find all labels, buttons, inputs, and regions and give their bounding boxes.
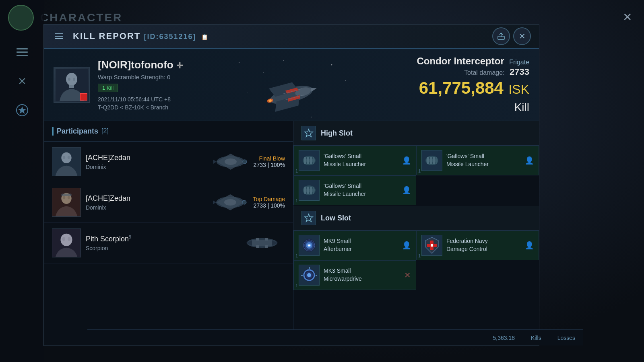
- svg-point-14: [331, 64, 332, 66]
- svg-rect-1: [17, 51, 28, 53]
- svg-point-40: [63, 196, 65, 199]
- slots-panel: High Slot 1: [293, 121, 539, 346]
- participant-2-avatar: [52, 188, 81, 217]
- participant-1-stats: Final Blow 2733 | 100%: [254, 155, 285, 168]
- high-slot-2-icon: [421, 150, 442, 171]
- kill-info-bar: [NOIR]tofonofo ✛ Warp Scramble Strength:…: [44, 49, 539, 121]
- participant-2-ship: Dominix: [86, 204, 207, 211]
- copy-icon[interactable]: 📋: [201, 34, 209, 40]
- damage-value: 2733: [510, 67, 529, 77]
- svg-rect-78: [307, 187, 309, 194]
- svg-point-35: [225, 158, 237, 165]
- svg-point-7: [66, 73, 77, 86]
- svg-point-31: [61, 152, 71, 163]
- svg-point-16: [247, 93, 248, 93]
- pilot-cross-icon: ✛: [176, 61, 183, 70]
- kill-report-panel: KILL REPORT [ID:6351216] 📋 ✕: [43, 24, 539, 346]
- svg-rect-93: [431, 244, 433, 247]
- svg-rect-57: [256, 245, 259, 248]
- bottom-value: 5,363.18: [493, 335, 515, 341]
- kill-right-info: Condor Interceptor Frigate Total damage:…: [417, 56, 529, 113]
- participant-1-avatar: [52, 147, 81, 176]
- svg-rect-58: [265, 245, 268, 248]
- participant-item: Pith Scorpion9 Scorpion: [44, 223, 293, 263]
- participant-item: [ACHE]Zedan Dominix Top Damage: [44, 182, 293, 223]
- isk-line: 61,775,884 ISK: [417, 79, 529, 97]
- isk-value: 61,775,884: [419, 78, 504, 97]
- red-status-dot: [80, 93, 87, 101]
- participant-1-ship: Dominix: [86, 164, 208, 170]
- participant-3-ship-image: [244, 231, 280, 255]
- participant-2-damage-line: 2733 | 100%: [253, 202, 285, 209]
- svg-point-9: [68, 78, 70, 81]
- sidebar-star-icon[interactable]: [9, 97, 35, 123]
- pilot-avatar: [54, 67, 90, 103]
- sidebar-close-icon[interactable]: ✕: [9, 68, 35, 94]
- title-text: KILL REPORT: [73, 31, 140, 41]
- high-slot-2-fitted-icon: 👤: [525, 156, 534, 165]
- damage-line: Total damage: 2733: [417, 67, 529, 77]
- low-slot-3: 1: [293, 260, 416, 290]
- participant-1-name: [ACHE]Zedan: [86, 154, 208, 162]
- participant-3-name: Pith Scorpion9: [86, 234, 239, 243]
- panel-menu-button[interactable]: [52, 29, 66, 43]
- svg-point-87: [308, 245, 310, 246]
- low-slot-title: Low Slot: [321, 214, 351, 222]
- low-slot-2: 1 Federat: [416, 230, 539, 260]
- svg-point-13: [263, 72, 264, 73]
- kill-id: [ID:6351216]: [144, 33, 196, 41]
- bottom-losses: Losses: [557, 335, 575, 341]
- svg-rect-55: [256, 238, 259, 241]
- high-slot-3: 1 'Gallows' SmallMissile: [293, 175, 416, 205]
- participant-1-ship-image: [213, 150, 249, 174]
- participants-panel: Participants [2] [ACHE]Zedan Dominix: [44, 121, 293, 346]
- export-button[interactable]: [492, 27, 510, 45]
- high-slot-3-fitted-icon: 👤: [402, 186, 411, 195]
- participant-2-name: [ACHE]Zedan: [86, 194, 207, 203]
- participant-2-ship-image: [212, 190, 248, 214]
- svg-point-12: [239, 62, 239, 63]
- svg-rect-70: [427, 157, 429, 164]
- svg-point-10: [73, 78, 75, 81]
- content-area: Participants [2] [ACHE]Zedan Dominix: [44, 121, 539, 346]
- participant-2-percent: 100%: [270, 202, 285, 209]
- low-slot-2-fitted-icon: 👤: [525, 241, 534, 250]
- svg-rect-72: [433, 157, 435, 164]
- low-slot-2-icon: [421, 235, 442, 256]
- sidebar-menu-icon[interactable]: [9, 39, 35, 65]
- low-slot-3-text: MK3 SmallMicrowarpdrive: [324, 267, 400, 283]
- bottom-bar: 5,363.18 Kills Losses: [87, 329, 583, 346]
- svg-point-50: [68, 237, 71, 241]
- isk-label: ISK: [508, 82, 529, 97]
- participant-1-damage: 2733: [254, 162, 266, 168]
- high-slot-2: 1 'Gallows' SmallMissile: [416, 146, 539, 175]
- character-button[interactable]: [8, 5, 34, 31]
- ship-name-line: Condor Interceptor Frigate: [417, 56, 529, 67]
- low-slot-1-text: MK9 SmallAfterburner: [324, 237, 398, 253]
- high-slot-1: 1: [293, 146, 416, 175]
- svg-point-18: [311, 117, 312, 117]
- panel-header: KILL REPORT [ID:6351216] 📋 ✕: [44, 25, 539, 49]
- svg-rect-65: [310, 157, 312, 164]
- high-slot-1-icon: [299, 150, 320, 171]
- svg-rect-79: [310, 187, 312, 194]
- low-slot-3-icon: [299, 265, 320, 286]
- svg-rect-71: [430, 157, 432, 164]
- high-slot-1-fitted-icon: 👤: [402, 156, 411, 165]
- panel-title: KILL REPORT [ID:6351216] 📋: [73, 31, 209, 41]
- participant-3-avatar: [52, 228, 81, 257]
- low-slot-3-close-icon[interactable]: ✕: [404, 270, 411, 280]
- svg-rect-42: [61, 194, 71, 196]
- high-slot-3-text: 'Gallows' SmallMissile Launcher: [324, 182, 398, 198]
- svg-rect-64: [307, 157, 309, 164]
- svg-rect-66: [313, 157, 314, 164]
- top-close-button[interactable]: ✕: [618, 8, 636, 26]
- ship-name: Condor Interceptor: [417, 56, 504, 66]
- svg-rect-52: [252, 240, 272, 246]
- damage-label: Total damage:: [464, 69, 505, 76]
- close-panel-button[interactable]: ✕: [513, 27, 531, 45]
- bottom-kills: Kills: [531, 335, 541, 341]
- kill-outcome-label: Kill: [417, 101, 529, 114]
- svg-rect-2: [17, 55, 28, 56]
- participant-3-info: Pith Scorpion9 Scorpion: [86, 234, 239, 251]
